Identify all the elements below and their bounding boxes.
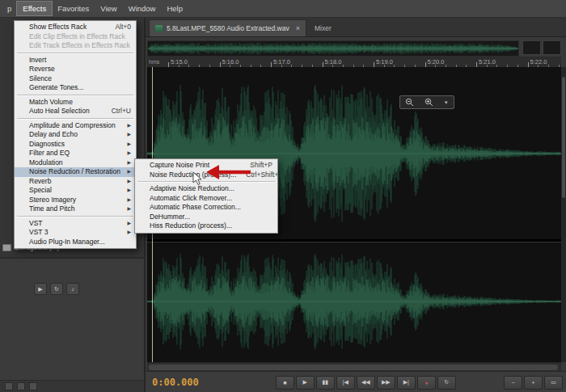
drive-icon (2, 244, 11, 251)
submenu-arrow-icon: ▶ (120, 219, 131, 229)
menu-item-audio-plug-in-manager[interactable]: Audio Plug-In Manager... (15, 238, 136, 247)
submenu-arrow-icon: ▶ (120, 177, 131, 187)
file-overview-strip[interactable] (147, 40, 519, 57)
file-tab[interactable]: 5.8Last.MPE_5580 Audio Extracted.wav × (149, 19, 306, 36)
menu-item-silence[interactable]: Silence (15, 74, 136, 84)
menubar-item-favorites[interactable]: Favorites (52, 2, 95, 15)
menubar-item-clip-partial[interactable]: p (2, 2, 17, 15)
submenu-arrow-icon: ▶ (120, 121, 131, 131)
menu-item-reverb[interactable]: Reverb▶ (15, 177, 136, 187)
rewind-button[interactable]: ◀◀ (357, 376, 375, 390)
menu-item-amplitude-and-compression[interactable]: Amplitude and Compression▶ (15, 121, 136, 131)
menu-item-label: Special (29, 186, 52, 196)
submenu-arrow-icon: ▶ (120, 158, 131, 168)
menu-item-label: Invert (29, 56, 46, 65)
menu-item-label: Amplitude and Compression (29, 121, 116, 131)
menu-item-label: Modulation (29, 158, 63, 168)
menubar-item-help[interactable]: Help (161, 2, 188, 15)
time-display: 0:00.000 (152, 377, 199, 388)
preview-loop-button[interactable]: ↻ (50, 283, 63, 295)
effects-menu: Show Effects RackAlt+0Edit Clip Effects … (14, 20, 137, 249)
menu-item-label: Audio Plug-In Manager... (29, 238, 105, 247)
skip-forward-button[interactable]: ▶| (397, 376, 416, 390)
mixer-tab[interactable]: Mixer (306, 20, 340, 36)
menu-separator (17, 53, 133, 54)
stop-button[interactable]: ■ (276, 376, 294, 390)
preview-play-button[interactable]: ▶ (34, 283, 47, 295)
menu-item-label: Show Effects Rack (29, 23, 87, 32)
transport-buttons: ■▶▮▮|◀◀◀▶▶▶|●↻ (276, 376, 456, 390)
menu-item-show-effects-rack[interactable]: Show Effects RackAlt+0 (15, 23, 136, 32)
menubar-item-effects[interactable]: Effects (17, 2, 52, 15)
media-browser-toolbar: ▶ ↻ ♪ (34, 283, 79, 295)
sidebar-footer (0, 380, 144, 392)
tab-close-icon[interactable]: × (294, 24, 300, 32)
zoom-out-icon[interactable] (405, 98, 414, 107)
preview-audio-icon[interactable]: ♪ (66, 283, 79, 295)
menu-item-invert[interactable]: Invert (15, 56, 136, 65)
menu-item-label: VST 3 (29, 228, 48, 238)
play-button[interactable]: ▶ (296, 376, 315, 390)
menu-item-adaptive-noise-reduction[interactable]: Adaptive Noise Reduction... (135, 184, 277, 194)
menu-item-modulation[interactable]: Modulation▶ (15, 158, 136, 168)
zoom-widget: ▼ (399, 95, 454, 109)
chevron-down-icon[interactable]: ▼ (444, 100, 449, 105)
menu-item-vst[interactable]: VST▶ (15, 219, 136, 229)
menu-item-reverse[interactable]: Reverse (15, 65, 136, 74)
ruler-time-label: 5:19.0 (376, 58, 393, 65)
menu-item-time-and-pitch[interactable]: Time and Pitch▶ (15, 204, 136, 214)
menu-item-label: Match Volume (29, 98, 73, 107)
menu-item-label: Stereo Imagery (29, 196, 76, 205)
menu-item-label: Generate Tones... (29, 83, 83, 93)
menu-item-auto-heal-selection[interactable]: Auto Heal SelectionCtrl+U (15, 107, 136, 116)
menu-item-special[interactable]: Special▶ (15, 186, 136, 196)
menu-item-edit-clip-effects-in-effects-rack: Edit Clip Effects in Effects Rack (15, 32, 136, 42)
timeline-ruler[interactable]: hms 5:15.05:16.05:17.05:18.05:19.05:20.0… (147, 57, 561, 68)
skip-back-button[interactable]: |◀ (336, 376, 355, 390)
panel-menu-icon[interactable] (5, 382, 13, 390)
zoom-selection-button[interactable]: ▭ (544, 376, 563, 390)
zoom-buttons: −+▭ (504, 376, 563, 390)
file-tab-label: 5.8Last.MPE_5580 Audio Extracted.wav (167, 24, 289, 32)
menu-item-shortcut: Ctrl+U (102, 107, 131, 116)
zoom-out-button[interactable]: − (504, 376, 522, 390)
loop-button[interactable]: ↻ (437, 376, 456, 390)
menu-item-dehummer[interactable]: DeHummer... (135, 213, 277, 222)
ruler-time-label: 5:20.0 (428, 58, 445, 65)
menubar-item-window[interactable]: Window (123, 2, 162, 15)
menu-item-label: Automatic Phase Correction... (150, 203, 241, 213)
submenu-arrow-icon: ▶ (120, 130, 131, 140)
fast-forward-button[interactable]: ▶▶ (377, 376, 395, 390)
menu-item-hiss-reduction-process[interactable]: Hiss Reduction (process)... (135, 221, 277, 231)
horizontal-scroll-thumb[interactable] (149, 365, 558, 370)
menubar-item-view[interactable]: View (95, 2, 122, 15)
menu-item-label: Silence (29, 74, 52, 84)
submenu-arrow-icon: ▶ (120, 149, 131, 158)
menu-item-edit-track-effects-in-effects-rack: Edit Track Effects in Effects Rack (15, 41, 136, 51)
panel-resize-icon[interactable] (29, 382, 37, 390)
menu-item-diagnostics[interactable]: Diagnostics▶ (15, 140, 136, 150)
menu-item-label: Time and Pitch (29, 204, 74, 214)
menu-item-vst-3[interactable]: VST 3▶ (15, 228, 136, 238)
vertical-scroll-thumb[interactable] (562, 77, 565, 198)
panel-options-icon[interactable] (17, 382, 25, 390)
menu-item-automatic-phase-correction[interactable]: Automatic Phase Correction... (135, 203, 277, 213)
zoom-in-button[interactable]: + (524, 376, 543, 390)
menu-item-generate-tones[interactable]: Generate Tones... (15, 83, 136, 93)
menu-item-match-volume[interactable]: Match Volume (15, 98, 136, 107)
pause-button[interactable]: ▮▮ (316, 376, 335, 390)
menu-item-automatic-click-remover[interactable]: Automatic Click Remover... (135, 194, 277, 204)
zoom-in-icon[interactable] (424, 98, 433, 107)
ruler-time-label: 5:18.0 (325, 58, 342, 65)
menu-item-stereo-imagery[interactable]: Stereo Imagery▶ (15, 196, 136, 205)
vertical-scrollbar[interactable] (561, 67, 566, 362)
menu-item-label: Filter and EQ (29, 149, 70, 158)
submenu-arrow-icon: ▶ (120, 167, 131, 177)
menu-item-filter-and-eq[interactable]: Filter and EQ▶ (15, 149, 136, 158)
waveform-channel-right[interactable] (147, 242, 561, 362)
selection-counter-box (522, 40, 541, 55)
mouse-cursor-icon (192, 171, 203, 186)
record-button[interactable]: ● (417, 376, 436, 390)
menu-item-noise-reduction-restoration[interactable]: Noise Reduction / Restoration▶ (15, 167, 136, 177)
menu-item-delay-and-echo[interactable]: Delay and Echo▶ (15, 130, 136, 140)
